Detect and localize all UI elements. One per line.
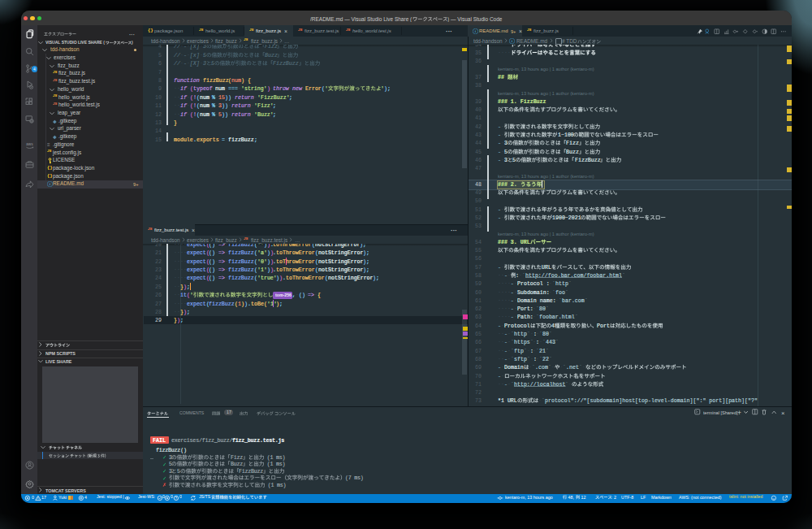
svg-text:aws: aws xyxy=(26,142,33,146)
